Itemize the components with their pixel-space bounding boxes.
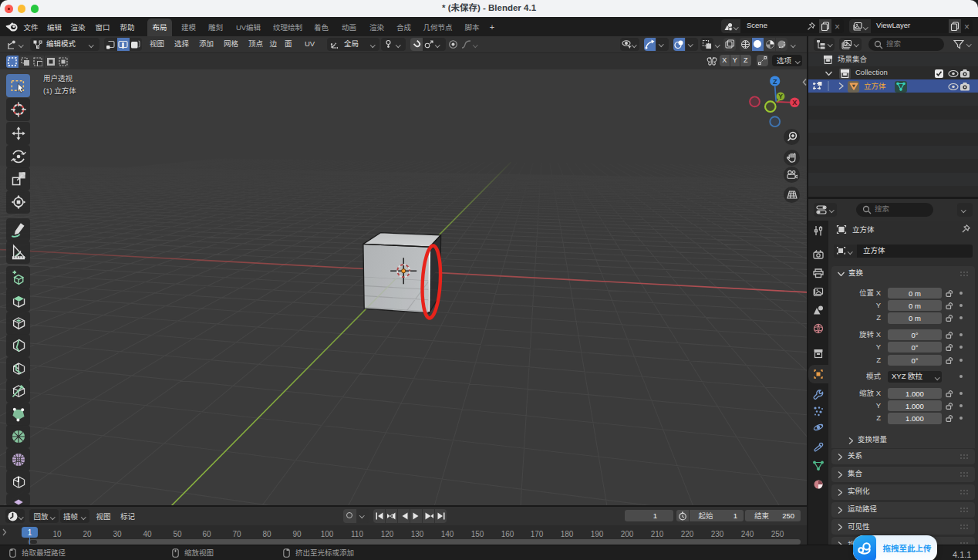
svg-text:X: X — [792, 99, 797, 106]
svg-text:Y: Y — [778, 93, 783, 100]
svg-text:Z: Z — [773, 78, 777, 86]
